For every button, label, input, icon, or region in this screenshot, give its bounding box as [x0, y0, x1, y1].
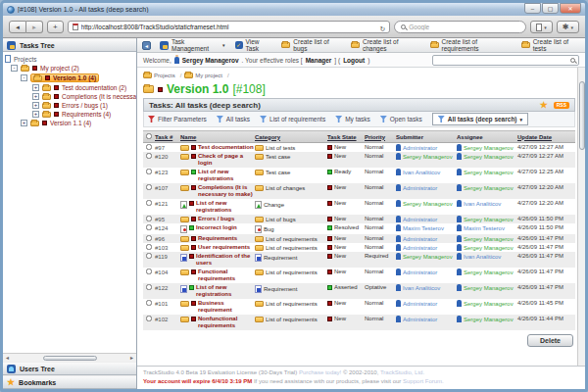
header-name[interactable]: Name [180, 134, 255, 140]
breadcrumb-item[interactable]: My project [184, 73, 228, 78]
tree-node[interactable]: Requirements (4) [42, 111, 111, 118]
header-assignee[interactable]: Assignee [457, 134, 517, 140]
row-checkbox[interactable] [146, 153, 152, 159]
table-row[interactable]: #102 Nonfunctional requirements List of … [143, 315, 575, 330]
assignee-link[interactable]: Sergey Managerov [464, 145, 514, 151]
breadcrumb-item[interactable]: Projects [143, 73, 181, 78]
select-all-checkbox[interactable] [146, 133, 152, 139]
task-name-link[interactable]: Nonfunctional requirements [198, 316, 255, 329]
settings-menu-button[interactable] [557, 21, 579, 33]
row-checkbox[interactable] [146, 284, 152, 290]
users-tree-header[interactable]: Users Tree [3, 362, 136, 375]
tree-expander-icon[interactable]: + [32, 111, 39, 118]
submitter-link[interactable]: Administrator [403, 217, 437, 222]
assignee-link[interactable]: Sergey Managerov [464, 245, 514, 251]
collapse-sidebar-button[interactable] [142, 41, 151, 50]
assignee-link[interactable]: Sergey Managerov [464, 217, 514, 222]
logout-link[interactable]: Logout [343, 57, 365, 64]
row-checkbox[interactable] [146, 200, 152, 206]
task-search-field[interactable] [432, 55, 579, 66]
submitter-link[interactable]: Administrator [403, 245, 437, 251]
row-checkbox[interactable] [146, 253, 152, 259]
tree-root-projects[interactable]: Projects [5, 55, 134, 63]
table-row[interactable]: #123 List of new registrations Test case… [143, 168, 575, 183]
menu-item[interactable]: Create list of changes [351, 38, 420, 52]
submitter-link[interactable]: Administrator [403, 317, 437, 322]
table-row[interactable]: #96 Requirements List of requirements Ne… [143, 234, 575, 243]
task-name-link[interactable]: Business requirement [198, 300, 255, 314]
row-checkbox[interactable] [146, 184, 152, 190]
company-link[interactable]: TrackStudio, Ltd. [380, 369, 424, 375]
assignee-link[interactable]: Sergey Managerov [464, 301, 514, 307]
back-button[interactable] [9, 21, 26, 33]
table-row[interactable]: #101 Business requirement List of requir… [143, 299, 575, 315]
filter-link[interactable]: All tasks [217, 116, 250, 122]
scroll-right-icon[interactable]: ► [127, 355, 136, 361]
row-checkbox[interactable] [146, 316, 152, 321]
header-update-date[interactable]: Update Date [517, 134, 575, 140]
menu-item[interactable]: Create list of tests [521, 38, 580, 52]
table-row[interactable]: #103 User requirements List of requireme… [143, 243, 575, 252]
submitter-link[interactable]: Sergey Managerov [403, 254, 453, 260]
maximize-button[interactable]: ▢ [542, 3, 559, 14]
table-row[interactable]: #97 Test documentation List of tests New… [143, 143, 575, 152]
task-name-link[interactable]: Completions (It is necessary to make) [198, 184, 255, 198]
row-checkbox[interactable] [146, 269, 152, 274]
browser-search-field[interactable] [394, 21, 526, 33]
header-submitter[interactable]: Submitter [396, 134, 457, 140]
submitter-link[interactable]: Maxim Testerov [403, 225, 444, 231]
selected-filter-dropdown[interactable]: All tasks (deep search) [432, 113, 528, 125]
assignee-link[interactable]: Sergey Managerov [464, 317, 514, 322]
submitter-link[interactable]: Sergey Managerov [403, 154, 453, 160]
submitter-link[interactable]: Sergey Managerov [403, 201, 453, 207]
task-name-link[interactable]: List of new registrations [198, 169, 255, 182]
row-checkbox[interactable] [146, 300, 152, 306]
bookmarks-header[interactable]: Bookmarks [3, 375, 136, 389]
new-tab-button[interactable] [47, 21, 64, 33]
submitter-link[interactable]: Ivan Analiticov [403, 170, 440, 175]
assignee-link[interactable]: Sergey Managerov [464, 236, 514, 242]
submitter-link[interactable]: Administrator [403, 270, 437, 275]
assignee-link[interactable]: Sergey Managerov [464, 154, 514, 160]
tree-expander-icon[interactable]: + [21, 120, 27, 126]
tree-node[interactable]: Errors / bugs (1) [42, 102, 108, 109]
sidebar-horizontal-scrollbar[interactable]: ◄ ► [3, 353, 136, 362]
header-category[interactable]: Category [255, 134, 327, 140]
assignee-link[interactable]: Sergey Managerov [464, 285, 514, 291]
tree-expander-icon[interactable]: + [32, 84, 39, 91]
table-row[interactable]: #120 Check of page a login Test case New… [143, 152, 575, 168]
rss-badge[interactable]: RSS [554, 102, 569, 109]
forward-button[interactable] [26, 21, 43, 33]
table-row[interactable]: #122 List of new registrations Requireme… [143, 283, 575, 299]
tree-item[interactable]: + Version 1.1 (4) [21, 120, 134, 126]
submitter-link[interactable]: Administrator [403, 145, 437, 151]
tree-item[interactable]: + Completions (It is necessary [32, 93, 134, 100]
table-row[interactable]: #124 Incorrect login Bug Resolved Normal… [143, 223, 575, 234]
assignee-link[interactable]: Ivan Analiticov [464, 254, 501, 260]
table-row[interactable]: #104 Functional requirements List of req… [143, 268, 575, 283]
table-row[interactable]: #121 List of new registrations Change Ne… [143, 199, 575, 215]
tree-node[interactable]: Version 1.0 (4) [30, 74, 99, 82]
tree-node[interactable]: My project (2) [21, 65, 79, 72]
minimize-button[interactable]: – [524, 3, 541, 14]
tree-node[interactable]: Completions (It is necessary [42, 93, 136, 100]
window-titlebar[interactable]: [#108] Version 1.0 - All tasks (deep sea… [3, 3, 585, 16]
submitter-link[interactable]: Administrator [403, 185, 437, 191]
scroll-left-icon[interactable]: ◄ [3, 355, 12, 361]
menu-item[interactable]: Create list of bugs [281, 38, 341, 52]
task-name-link[interactable]: List of new registrations [196, 284, 255, 298]
tasks-tree-header[interactable]: Tasks Tree [3, 38, 136, 52]
tree-item[interactable]: + Errors / bugs (1) [32, 102, 134, 109]
tree-item[interactable]: - Version 1.0 (4) [21, 74, 134, 82]
support-forum-link[interactable]: Support Forum. [403, 378, 444, 384]
task-search-input[interactable] [436, 57, 567, 63]
table-row[interactable]: #119 Identification of the users Require… [143, 252, 575, 268]
purchase-link[interactable]: Purchase today! [299, 369, 341, 375]
tree-expander-icon[interactable]: - [11, 65, 18, 72]
row-checkbox[interactable] [146, 144, 152, 150]
task-name-link[interactable]: Test documentation [198, 144, 254, 151]
row-checkbox[interactable] [146, 169, 152, 174]
row-checkbox[interactable] [146, 224, 152, 230]
address-bar[interactable]: http://localhost:8008/TrackStudio/static… [68, 21, 391, 33]
bookmark-star-icon[interactable] [540, 101, 548, 110]
